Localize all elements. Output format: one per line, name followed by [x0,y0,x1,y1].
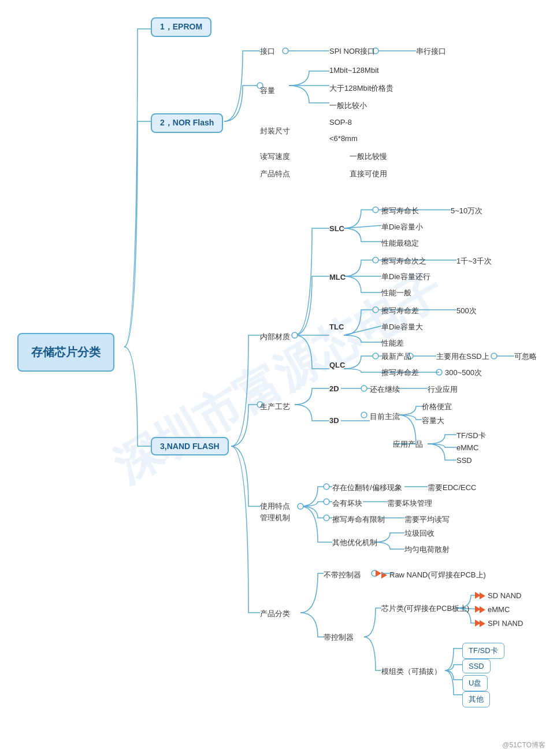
nand-slc1: 擦写寿命长 [381,206,419,216]
nand-flash-node: 3,NAND FLASH [151,437,229,455]
nand-withctl: 带控制器 [324,632,354,643]
svg-point-13 [491,353,497,359]
nor-feat-label: 产品特点 [260,169,290,179]
svg-point-10 [373,307,378,313]
nand-3d-tfsd: TF/SD卡 [456,431,486,441]
svg-point-16 [361,386,367,391]
spinand-entry: SPI NAND [480,619,523,628]
nand-3d-emmc: eMMC [456,443,478,452]
nor-cap2: 大于128Mbit价格贵 [329,83,393,94]
page-container: 深圳市富源芯电子 [0,0,557,756]
emmc-entry: eMMC [480,605,510,614]
sd-nand-label: SD NAND [488,591,522,600]
nand-2d1v: 行业应用 [428,384,458,395]
nor-feat1: 直接可使用 [350,169,387,179]
svg-point-0 [283,48,288,54]
nand-usage4b: 均匀电荷散射 [404,544,450,555]
nand-tlc-label: TLC [329,323,344,331]
nand-mlc3: 性能一般 [381,288,411,298]
svg-point-20 [324,499,329,505]
nand-slc-label: SLC [329,224,344,233]
nor-spi-label: SPI NOR接口 [329,46,375,57]
nand-module-type: 模组类（可插拔） [381,666,441,677]
svg-point-17 [361,412,367,418]
svg-point-7 [292,332,298,338]
nor-pkg2: <6*8mm [329,134,358,143]
svg-point-11 [373,353,378,359]
svg-point-9 [373,257,378,263]
nand-material-label: 内部材质 [260,332,290,342]
nand-qlc1b: 可忽略 [514,351,537,362]
nand-3d-appprod: 应用产品 [393,439,423,450]
nor-speed-label: 读写速度 [260,151,290,162]
nand-2d-label: 2D [329,384,339,393]
nand-usage1v: 需要EDC/ECC [428,483,477,493]
nand-slc3: 性能最稳定 [381,238,419,249]
raw-nand-text: Raw NAND(可焊接在PCB上) [389,570,486,580]
nand-module-other-box: 其他 [462,691,490,707]
nand-tlc1: 擦写寿命差 [381,306,419,316]
nor-flash-node: 2，NOR Flash [151,113,223,133]
nand-3d-label: 3D [329,416,339,425]
svg-point-18 [298,503,303,509]
nand-mlc1v: 1千~3千次 [456,256,492,266]
nand-usage2v: 需要坏块管理 [387,498,432,509]
nand-qlc1: 最新产品 [381,351,411,362]
svg-marker-23 [376,570,381,577]
nand-usage3: 擦写寿命有限制 [332,514,385,525]
nand-process-label: 生产工艺 [260,402,290,412]
svg-point-22 [372,570,377,576]
nand-prodcat-label: 产品分类 [260,609,290,619]
nand-module-tfsd-box: TF/SD卡 [462,643,504,659]
nand-3d-ssd: SSD [456,456,472,465]
nand-slc1v: 5~10万次 [451,206,482,216]
credit-text: @51CTO博客 [502,740,545,750]
nand-3d1: 目前主流 [370,412,400,422]
nand-usage4: 其他优化机制 [332,538,377,548]
nand-2d1: 还在继续 [370,384,400,395]
nand-3d-cheap: 价格便宜 [422,402,452,412]
nand-mlc-label: MLC [329,273,346,281]
nand-module-u-box: U盘 [462,675,488,691]
svg-point-8 [373,207,378,213]
svg-point-19 [324,484,329,490]
nand-tlc3: 性能差 [381,338,404,349]
nor-serial-label: 串行接口 [416,46,446,57]
nor-capacity-label: 容量 [260,86,275,96]
sd-nand-entry: SD NAND [480,591,522,600]
nand-qlc2v: 300~500次 [445,368,482,378]
nand-tlc1v: 500次 [456,306,477,316]
nand-qlc-label: QLC [329,361,345,369]
raw-nand-arrow: Raw NAND(可焊接在PCB上) [381,570,486,580]
nand-noctl: 不带控制器 [324,570,361,580]
eprom-node: 1，EPROM [151,17,211,37]
spinand-label: SPI NAND [488,619,523,628]
nand-usage3v: 需要平均读写 [404,514,450,525]
nand-usage4a: 垃圾回收 [404,528,435,539]
nand-mlc2: 单Die容量还行 [381,272,430,282]
nand-usage-label: 使用特点 管理机制 [260,501,290,523]
svg-point-21 [324,515,329,521]
svg-point-14 [436,369,442,375]
nand-usage1: 存在位翻转/偏移现象 [332,483,402,493]
root-node: 存储芯片分类 [17,333,114,372]
nand-slc2: 单Die容量小 [381,222,423,232]
nand-qlc1a: 主要用在SSD上 [436,351,489,362]
nand-3d-bigcap: 容量大 [422,416,444,426]
nor-cap1: 1Mbit~128Mbit [329,66,379,75]
nand-qlc2: 擦写寿命差 [381,368,419,378]
nand-mlc1: 擦写寿命次之 [381,256,426,266]
nor-speed1: 一般比较慢 [350,151,387,162]
nor-pkg1: SOP-8 [329,118,352,127]
nor-interface-label: 接口 [260,46,275,57]
nor-pkg-label: 封装尺寸 [260,126,290,136]
nand-tlc2: 单Die容量大 [381,322,423,332]
nor-cap3: 一般比较小 [329,101,367,111]
emmc-label: eMMC [488,605,510,614]
nand-module-ssd-box: SSD [462,659,491,673]
nand-chip-type: 芯片类(可焊接在PCB板上) [381,603,469,614]
nand-usage2: 会有坏块 [332,498,362,509]
